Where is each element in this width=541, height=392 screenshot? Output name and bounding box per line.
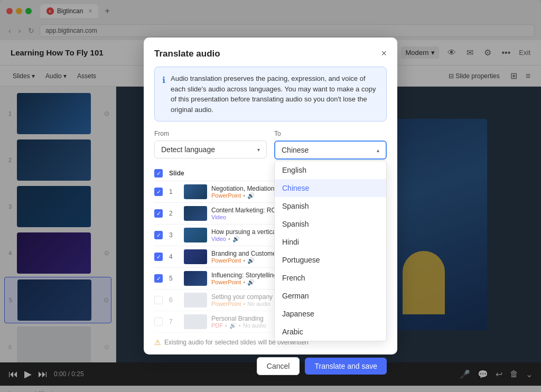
row-3-dot: •	[228, 236, 230, 242]
to-lang-group: To Chinese ▴ English Chinese Spanish Spa…	[274, 130, 387, 160]
slide-column-header: Slide	[169, 170, 184, 177]
to-dropdown-container: Chinese ▴ English Chinese Spanish Spanis…	[274, 141, 387, 160]
modal-header: Translate audio ×	[144, 38, 397, 67]
option-japanese[interactable]: Japanese	[275, 305, 386, 323]
option-german[interactable]: German	[275, 287, 386, 305]
modal-lang-row: From Detect language ▾ To Chinese ▴	[144, 130, 397, 166]
modal-footer: Cancel Translate and save	[144, 352, 397, 384]
row-4-dot: •	[243, 257, 245, 264]
row-2-type: Video	[211, 214, 226, 220]
from-language-select[interactable]: Detect language ▾	[154, 141, 267, 158]
row-6-type: PowerPoint	[211, 301, 241, 307]
row-5-thumb	[184, 271, 207, 286]
option-arabic[interactable]: Arabic	[275, 323, 386, 341]
row-7-type: PDF	[211, 322, 223, 329]
to-label: To	[274, 130, 387, 137]
row-5-checkbox[interactable]	[154, 274, 163, 283]
row-1-dot: •	[243, 192, 245, 199]
from-chevron-icon: ▾	[257, 147, 260, 153]
row-6-checkbox[interactable]	[154, 296, 163, 304]
to-chevron-icon: ▴	[377, 147, 379, 153]
warning-icon: ⚠	[154, 338, 161, 347]
row-2-checkbox-container	[154, 209, 165, 218]
from-language-value: Detect language	[161, 145, 215, 154]
modal-title: Translate audio	[154, 49, 220, 59]
from-label: From	[154, 130, 267, 137]
translate-save-btn[interactable]: Translate and save	[305, 358, 387, 375]
cancel-btn[interactable]: Cancel	[257, 357, 300, 375]
row-5-dot: •	[243, 279, 245, 285]
row-2-thumb	[184, 206, 207, 221]
row-3-type: Video	[211, 236, 226, 242]
row-3-num: 3	[169, 231, 180, 239]
row-4-checkbox-container	[154, 253, 165, 261]
from-dropdown-container: Detect language ▾	[154, 141, 267, 158]
modal-overlay: Translate audio × ℹ Audio translation pr…	[0, 0, 541, 392]
row-7-no-audio: No audio	[243, 322, 266, 329]
row-6-no-audio: No audio	[247, 301, 270, 307]
row-6-dot: •	[243, 301, 245, 307]
row-3-checkbox[interactable]	[154, 231, 163, 239]
info-text: Audio translation preserves the pacing, …	[171, 73, 379, 115]
row-1-checkbox-container	[154, 188, 165, 196]
row-3-audio-icon: 🔊	[232, 236, 240, 242]
translate-audio-modal: Translate audio × ℹ Audio translation pr…	[144, 38, 397, 354]
row-5-num: 5	[169, 275, 180, 282]
row-2-checkbox[interactable]	[154, 209, 163, 218]
option-portuguese[interactable]: Portuguese	[275, 251, 386, 269]
option-chinese[interactable]: Chinese	[275, 179, 386, 197]
row-4-checkbox[interactable]	[154, 253, 163, 261]
row-1-type: PowerPoint	[211, 192, 241, 199]
row-1-num: 1	[169, 188, 180, 195]
row-6-num: 6	[169, 296, 180, 304]
row-7-thumb	[184, 314, 207, 329]
row-3-thumb	[184, 228, 207, 242]
header-checkbox	[154, 169, 165, 178]
option-spanish-1[interactable]: Spanish	[275, 197, 386, 215]
row-7-checkbox-container	[154, 318, 165, 326]
row-6-checkbox-container	[154, 296, 165, 304]
from-lang-group: From Detect language ▾	[154, 130, 267, 160]
row-4-audio-icon: 🔊	[247, 257, 255, 264]
modal-close-btn[interactable]: ×	[381, 48, 387, 59]
row-5-audio-icon: 🔊	[247, 279, 255, 286]
to-language-dropdown-list: English Chinese Spanish Spanish Hindi Po…	[274, 161, 387, 341]
row-4-type: PowerPoint	[211, 257, 241, 264]
modal-info-box: ℹ Audio translation preserves the pacing…	[154, 67, 387, 122]
row-5-checkbox-container	[154, 274, 165, 283]
row-1-thumb	[184, 184, 207, 199]
row-7-dot: •	[225, 322, 227, 329]
row-3-checkbox-container	[154, 231, 165, 239]
row-1-checkbox[interactable]	[154, 188, 163, 196]
row-7-dot2: •	[239, 322, 241, 329]
to-language-select[interactable]: Chinese ▴	[274, 141, 387, 160]
row-4-num: 4	[169, 253, 180, 260]
option-english[interactable]: English	[275, 161, 386, 179]
info-icon: ℹ	[162, 74, 165, 87]
row-2-num: 2	[169, 210, 180, 217]
row-4-thumb	[184, 249, 207, 264]
row-5-type: PowerPoint	[211, 279, 241, 285]
option-hindi[interactable]: Hindi	[275, 233, 386, 251]
option-spanish-2[interactable]: Spanish	[275, 215, 386, 233]
row-7-checkbox[interactable]	[154, 318, 163, 326]
row-1-audio-icon: 🔊	[247, 192, 255, 199]
option-french[interactable]: French	[275, 269, 386, 287]
row-7-num: 7	[169, 318, 180, 325]
to-language-value: Chinese	[282, 146, 309, 154]
row-6-thumb	[184, 293, 207, 307]
select-all-checkbox[interactable]	[154, 169, 163, 178]
row-7-audio-icon: 🔊	[229, 322, 237, 329]
